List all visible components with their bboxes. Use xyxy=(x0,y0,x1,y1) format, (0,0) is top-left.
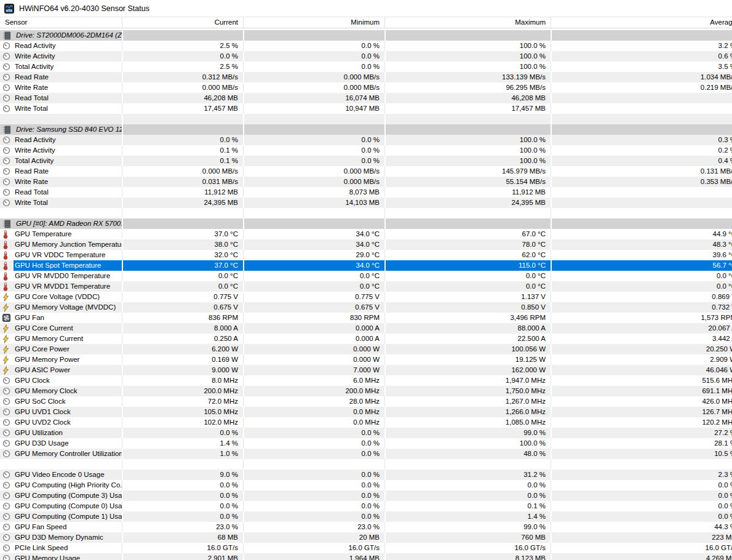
sensor-row[interactable]: Write Activity0.1 %0.0 %100.0 %0.2 % xyxy=(0,145,732,156)
sensor-row[interactable]: GPU D3D Usage1.4 %0.0 %100.0 %28.1 % xyxy=(0,438,732,449)
sensor-row-selected[interactable]: GPU Hot Spot Temperature37.0 °C34.0 °C11… xyxy=(0,260,732,271)
gauge-icon xyxy=(2,146,11,155)
column-separator xyxy=(122,292,122,302)
sensor-row[interactable]: GPU Fan836 RPM830 RPM3,496 RPM1,573 RPM xyxy=(0,313,732,323)
sensor-label: Read Activity xyxy=(0,135,122,145)
sensor-row[interactable]: Read Activity0.0 %0.0 %100.0 %0.3 % xyxy=(0,135,732,145)
sensor-row[interactable]: GPU Memory Voltage (MVDDC)0.675 V0.675 V… xyxy=(0,302,732,313)
sensor-row[interactable]: GPU Computing (Compute 1) Usage0.0 %0.0 … xyxy=(0,511,732,522)
titlebar[interactable]: HWiNFO64 v6.20-4030 Sensor Status xyxy=(0,0,732,17)
sensor-row[interactable]: GPU D3D Memory Dynamic68 MB20 MB760 MB22… xyxy=(0,532,732,543)
column-separator xyxy=(243,229,244,239)
sensor-row[interactable]: GPU Memory Controller Utilization1.0 %0.… xyxy=(0,449,732,459)
sensor-row[interactable]: GPU Temperature37.0 °C34.0 °C67.0 °C44.9… xyxy=(0,229,732,239)
section-header-row[interactable]: GPU [#0]: AMD Radeon RX 5700: xyxy=(0,218,732,229)
gauge-icon xyxy=(2,73,11,82)
sensor-row[interactable]: GPU Computing (Compute 0) Usage0.0 %0.0 … xyxy=(0,501,732,511)
gauge-icon xyxy=(2,136,11,145)
sensor-row[interactable]: Read Total11,912 MB8,073 MB11,912 MB xyxy=(0,187,732,198)
current-value: 102.0 MHz xyxy=(123,417,243,428)
average-value xyxy=(552,103,732,114)
sensor-row[interactable]: GPU Memory Power0.169 W0.000 W19.125 W2.… xyxy=(0,354,732,365)
sensor-row[interactable]: Write Total17,457 MB10,947 MB17,457 MB xyxy=(0,103,732,114)
sensor-label-cell: GPU ASIC Power xyxy=(0,365,122,375)
maximum-value: 0.850 V xyxy=(386,302,551,313)
average-value: 126.7 MHz xyxy=(552,407,732,417)
sensor-row[interactable]: GPU VR VDDC Temperature32.0 °C29.0 °C62.… xyxy=(0,250,732,260)
column-separator xyxy=(551,208,551,218)
sensor-row[interactable]: GPU Computing (High Priority Co...0.0 %0… xyxy=(0,480,732,490)
sensor-label: GPU Memory Usage xyxy=(0,553,122,560)
maximum-value: 62.0 °C xyxy=(386,250,551,260)
sensor-row[interactable]: GPU Memory Current0.250 A0.000 A22.500 A… xyxy=(0,334,732,344)
sensor-row[interactable]: GPU Memory Usage2,901 MB1,964 MB8,123 MB… xyxy=(0,553,732,560)
minimum-value: 34.0 °C xyxy=(244,239,384,250)
sensor-label: Write Rate xyxy=(0,177,122,187)
sensor-row[interactable]: GPU Utilization0.0 %0.0 %99.0 %27.2 % xyxy=(0,428,732,438)
column-header-average[interactable]: Average xyxy=(552,17,732,28)
section-cell xyxy=(552,30,732,41)
current-value: 0.0 % xyxy=(123,480,243,490)
column-separator xyxy=(122,82,122,93)
sensor-row[interactable]: Total Activity2.5 %0.0 %100.0 %3.5 % xyxy=(0,62,732,72)
sensor-row[interactable]: Write Activity0.0 %0.0 %100.0 %0.6 % xyxy=(0,51,732,62)
sensor-row[interactable]: Read Rate0.312 MB/s0.000 MB/s133.139 MB/… xyxy=(0,72,732,82)
maximum-value: 17,457 MB xyxy=(386,103,551,114)
section-cell xyxy=(123,30,243,41)
average-value: 2.909 W xyxy=(552,354,732,365)
column-header-current[interactable]: Current xyxy=(123,17,238,28)
column-separator xyxy=(551,501,551,511)
column-separator xyxy=(384,82,385,93)
sensor-row[interactable]: GPU Memory Junction Temperature38.0 °C34… xyxy=(0,239,732,250)
sensor-row[interactable]: Read Activity2.5 %0.0 %100.0 %3.2 % xyxy=(0,41,732,51)
section-header-row[interactable]: Drive: Samsung SSD 840 EVO 12... xyxy=(0,124,732,135)
column-header-minimum[interactable]: Minimum xyxy=(244,17,380,28)
current-value: 8.000 A xyxy=(123,323,243,334)
sensor-row[interactable]: Read Rate0.000 MB/s0.000 MB/s145.979 MB/… xyxy=(0,166,732,177)
sensor-row[interactable]: Write Rate0.000 MB/s0.000 MB/s96.295 MB/… xyxy=(0,82,732,93)
sensor-row[interactable]: GPU Core Voltage (VDDC)0.775 V0.775 V1.1… xyxy=(0,292,732,302)
sensor-row[interactable]: GPU ASIC Power9.000 W7.000 W162.000 W46.… xyxy=(0,365,732,375)
sensor-row[interactable]: GPU VR MVDD1 Temperature0.0 °C0.0 °C0.0 … xyxy=(0,281,732,292)
gauge-icon xyxy=(2,167,11,176)
maximum-value: 0.1 % xyxy=(386,501,551,511)
sensor-row[interactable]: GPU Fan Speed23.0 %23.0 %99.0 %44.3 % xyxy=(0,522,732,532)
average-value xyxy=(552,198,732,208)
column-header-maximum[interactable]: Maximum xyxy=(386,17,546,28)
current-value: 0.0 % xyxy=(123,428,243,438)
average-value: 20.250 W xyxy=(552,344,732,354)
sensor-row[interactable]: GPU SoC Clock72.0 MHz28.0 MHz1,267.0 MHz… xyxy=(0,396,732,407)
gauge-icon xyxy=(2,377,11,385)
sensor-label: GPU VR VDDC Temperature xyxy=(0,250,122,260)
sensor-label: GPU D3D Memory Dynamic xyxy=(0,532,122,543)
column-separator xyxy=(122,543,122,553)
maximum-value: 760 MB xyxy=(386,532,551,543)
column-separator xyxy=(551,354,551,365)
current-value: 2,901 MB xyxy=(123,553,243,560)
sensor-row[interactable]: PCIe Link Speed16.0 GT/s16.0 GT/s16.0 GT… xyxy=(0,543,732,553)
sensor-row[interactable]: GPU Memory Clock200.0 MHz200.0 MHz1,750.… xyxy=(0,386,732,396)
gauge-icon xyxy=(2,534,11,542)
maximum-value: 133.139 MB/s xyxy=(386,72,551,82)
sensor-row[interactable]: GPU UVD1 Clock105.0 MHz0.0 MHz1,266.0 MH… xyxy=(0,407,732,417)
sensor-row[interactable]: Write Total24,395 MB14,103 MB24,395 MB xyxy=(0,198,732,208)
average-value: 56.7 °C xyxy=(552,260,732,271)
sensor-label-cell: Read Activity xyxy=(0,135,122,145)
sensor-row[interactable]: GPU VR MVDD0 Temperature0.0 °C0.0 °C0.0 … xyxy=(0,271,732,281)
sensor-row[interactable]: GPU Video Encode 0 Usage9.0 %0.0 %31.2 %… xyxy=(0,470,732,480)
sensor-row[interactable]: GPU Core Current8.000 A0.000 A88.000 A20… xyxy=(0,323,732,334)
column-header-sensor[interactable]: Sensor xyxy=(5,17,27,28)
sensor-label-cell: GPU Hot Spot Temperature xyxy=(0,260,122,271)
sensor-row[interactable]: GPU Clock8.0 MHz6.0 MHz1,947.0 MHz515.6 … xyxy=(0,375,732,386)
sensor-label: GPU Core Current xyxy=(0,323,122,334)
sensor-row[interactable]: GPU Core Power6.200 W0.000 W100.056 W20.… xyxy=(0,344,732,354)
column-separator xyxy=(243,375,244,386)
sensor-row[interactable]: Total Activity0.1 %0.0 %100.0 %0.4 % xyxy=(0,156,732,166)
sensor-row[interactable]: GPU UVD2 Clock102.0 MHz0.0 MHz1,085.0 MH… xyxy=(0,417,732,428)
sensor-label: GPU Computing (Compute 3) Usage xyxy=(0,490,122,501)
sensor-row[interactable]: Read Total46,208 MB16,074 MB46,208 MB xyxy=(0,93,732,103)
sensor-row[interactable]: Write Rate0.031 MB/s0.000 MB/s55.154 MB/… xyxy=(0,177,732,187)
sensor-row[interactable]: GPU Computing (Compute 3) Usage0.0 %0.0 … xyxy=(0,490,732,501)
current-value: 17,457 MB xyxy=(123,103,243,114)
section-header-row[interactable]: Drive: ST2000DM006-2DM164 (Z... xyxy=(0,30,732,41)
